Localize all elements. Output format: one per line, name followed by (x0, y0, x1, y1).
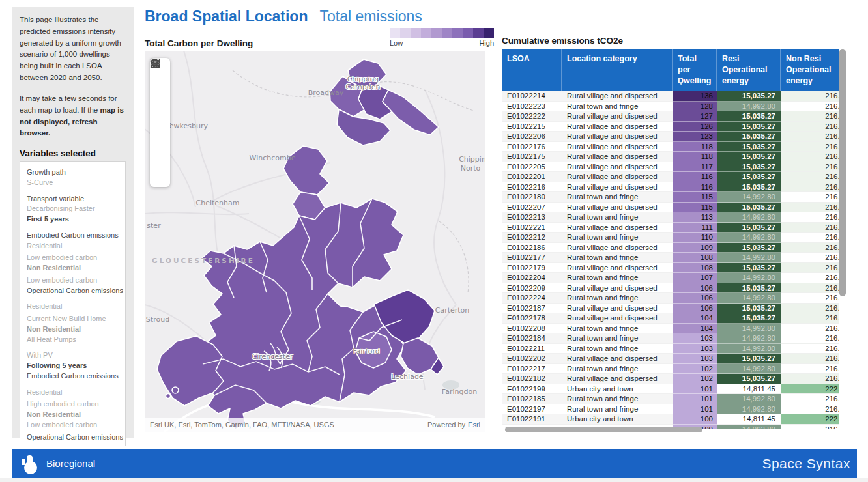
table-row[interactable]: E01022182Rural village and dispersed1021… (502, 374, 839, 384)
column-header[interactable]: Non Resi Operational energy (781, 49, 839, 91)
table-row[interactable]: E01022197Rural town and fringe10114,992.… (502, 404, 839, 415)
table-row[interactable]: E01022224Rural town and fringe10614,992.… (502, 293, 839, 304)
table-row[interactable]: E01022176Rural village and dispersed1181… (502, 142, 839, 152)
total-per-dwelling-cell: 101 (673, 404, 717, 415)
lsoa-cell: E01022205 (502, 162, 562, 173)
total-per-dwelling-cell: 106 (673, 293, 717, 304)
sidebar-note-text: It may take a few seconds for each map t… (20, 93, 126, 139)
table-row[interactable]: E01022222Rural village and dispersed1271… (502, 111, 839, 122)
table-body: E01022214Rural village and dispersed1361… (502, 91, 839, 429)
nonresi-energy-cell: 216.3 (781, 404, 839, 415)
table-row[interactable]: E01022184Rural town and fringe10314,992.… (502, 333, 839, 344)
variable-item: Decarbonising Faster (27, 205, 123, 214)
table-row[interactable]: E01022175Rural village and dispersed1181… (502, 152, 839, 162)
table-row[interactable]: E01022216Rural village and dispersed1161… (502, 182, 839, 193)
column-header[interactable]: Resi Operational energy (717, 49, 781, 91)
table-row[interactable]: E01022208Rural town and fringe10414,992.… (502, 324, 839, 334)
table-row[interactable]: E01022205Rural village and dispersed1171… (502, 162, 839, 173)
variable-item: Low embodied carbon (27, 276, 123, 285)
variable-item: Operational Carbon emissions (27, 433, 123, 442)
table-row[interactable]: E01022180Rural town and fringe11514,992.… (502, 192, 839, 203)
column-header[interactable]: Total per Dwelling▼ (673, 49, 717, 91)
variable-item: Transport variable (27, 195, 123, 204)
table-row[interactable]: E01022214Rural village and dispersed1361… (502, 91, 839, 102)
table-row[interactable]: E01022178Rural village and dispersed1041… (502, 313, 839, 324)
lsoa-cell: E01022224 (502, 293, 562, 304)
table-row[interactable]: E01022201Rural village and dispersed1161… (502, 172, 839, 182)
color-legend: Low High (390, 28, 494, 47)
lsoa-cell: E01022208 (502, 324, 562, 334)
category-cell: Rural village and dispersed (562, 304, 673, 314)
variable-item: Low embodied carbon (27, 421, 123, 430)
legend-low-label: Low (390, 39, 403, 47)
variables-list: Growth pathS-CurveTransport variableDeca… (20, 161, 126, 446)
nonresi-energy-cell: 216.3 (781, 324, 839, 334)
category-cell: Rural village and dispersed (562, 313, 673, 324)
category-cell: Rural town and fringe (562, 212, 673, 223)
table-row[interactable]: E01022213Rural town and fringe11314,992.… (502, 212, 839, 223)
lsoa-cell: E01022182 (502, 374, 562, 384)
table-row[interactable]: E01022179Rural village and dispersed1081… (502, 263, 839, 274)
table-row[interactable]: E01022221Rural village and dispersed1111… (502, 223, 839, 233)
table-row[interactable]: E01022204Rural town and fringe10714,992.… (502, 273, 839, 283)
resi-energy-cell: 14,992.80 (717, 212, 781, 223)
lsoa-cell: E01022202 (502, 354, 562, 364)
horizontal-scrollbar[interactable] (505, 427, 702, 432)
total-per-dwelling-cell: 108 (673, 253, 717, 263)
table-row[interactable]: E01022215Rural village and dispersed1261… (502, 122, 839, 132)
nonresi-energy-cell: 216.8 (781, 203, 839, 213)
extent-icon[interactable] (150, 122, 170, 143)
account-icon[interactable] (150, 164, 170, 185)
category-cell: Rural village and dispersed (562, 223, 673, 233)
table-row[interactable]: E01022223Rural town and fringe12814,992.… (502, 102, 839, 112)
table-row[interactable]: E01022209Rural village and dispersed1061… (502, 283, 839, 294)
table-row[interactable]: E01022199Urban city and town10114,811.45… (502, 384, 839, 395)
table-row[interactable]: E01022211Rural town and fringe10314,992.… (502, 344, 839, 354)
table-row[interactable]: E01022207Rural village and dispersed1151… (502, 203, 839, 213)
vertical-scrollbar[interactable] (839, 49, 846, 296)
table-row[interactable]: E01022202Rural village and dispersed1031… (502, 354, 839, 364)
total-per-dwelling-cell: 107 (673, 273, 717, 283)
nonresi-energy-cell: 216.8 (781, 263, 839, 274)
sort-desc-icon[interactable]: ▼ (678, 81, 684, 88)
table-row[interactable]: E01022187Rural village and dispersed1061… (502, 304, 839, 314)
table-row[interactable]: E01022206Rural village and dispersed1231… (502, 132, 839, 142)
layers-icon[interactable] (150, 81, 170, 102)
table-row[interactable]: E01022212Rural town and fringe11014,992.… (502, 233, 839, 243)
total-per-dwelling-cell: 115 (673, 192, 717, 203)
total-per-dwelling-cell: 118 (673, 142, 717, 152)
variable-item: Low embodied carbon (27, 253, 123, 262)
search-icon[interactable] (150, 143, 170, 164)
total-per-dwelling-cell: 111 (673, 223, 717, 233)
map-place-label: Stroud (146, 315, 169, 324)
basemap-gallery-icon[interactable] (150, 102, 170, 122)
legend-swatch (463, 28, 473, 38)
lsoa-cell: E01022177 (502, 253, 562, 263)
resi-energy-cell: 15,035.27 (717, 354, 781, 364)
table-row[interactable]: E01022185Rural town and fringe10114,992.… (502, 394, 839, 404)
map-place-label: Lechlade (391, 373, 423, 381)
total-per-dwelling-cell: 128 (673, 102, 717, 112)
total-per-dwelling-cell: 104 (673, 313, 717, 324)
total-per-dwelling-cell: 103 (673, 354, 717, 364)
column-header[interactable]: LSOA (502, 49, 562, 91)
resi-energy-cell: 15,035.27 (717, 223, 781, 233)
table-row[interactable]: E01022217Rural town and fringe10214,992.… (502, 364, 839, 375)
emissions-table: LSOALocation categoryTotal per Dwelling▼… (502, 49, 839, 429)
lsoa-cell: E01022206 (502, 132, 562, 142)
resi-energy-cell: 14,992.80 (717, 394, 781, 404)
map-place-label: Norto (461, 164, 481, 173)
table-row[interactable]: E01022177Rural town and fringe10814,992.… (502, 253, 839, 263)
column-header[interactable]: Location category (562, 49, 673, 91)
resi-energy-cell: 14,992.80 (717, 293, 781, 304)
resi-energy-cell: 14,992.80 (717, 102, 781, 112)
lsoa-cell: E01022199 (502, 384, 562, 395)
nonresi-energy-cell: 216.8 (781, 142, 839, 152)
map-place-label: Chippin (459, 155, 485, 163)
table-row[interactable]: E01022191Urban city and town10014,811.45… (502, 414, 839, 425)
total-per-dwelling-cell: 113 (673, 212, 717, 223)
total-per-dwelling-cell: 103 (673, 333, 717, 344)
choropleth-map[interactable]: TewkesburyBroadwayChippingCampdenWinchco… (145, 51, 485, 432)
esri-link[interactable]: Esri (468, 421, 480, 429)
table-row[interactable]: E01022186Rural village and dispersed1091… (502, 243, 839, 253)
